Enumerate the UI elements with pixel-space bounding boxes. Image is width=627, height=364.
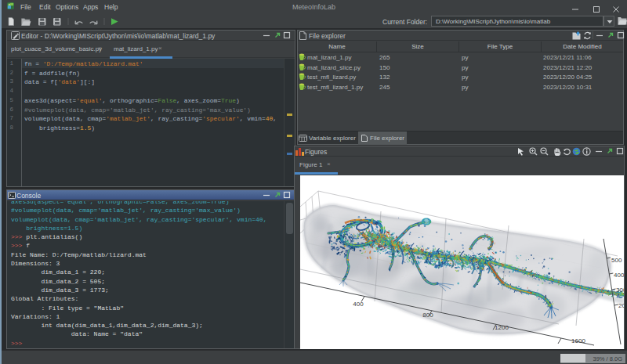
- svg-text:200: 200: [618, 302, 624, 309]
- svg-text:1200: 1200: [495, 324, 509, 331]
- svg-text:1600: 1600: [571, 337, 585, 344]
- svg-text:400: 400: [614, 272, 624, 279]
- svg-text:800: 800: [422, 312, 433, 319]
- svg-text:300: 300: [616, 287, 624, 294]
- svg-text:400: 400: [353, 301, 364, 308]
- svg-text:500: 500: [611, 257, 622, 264]
